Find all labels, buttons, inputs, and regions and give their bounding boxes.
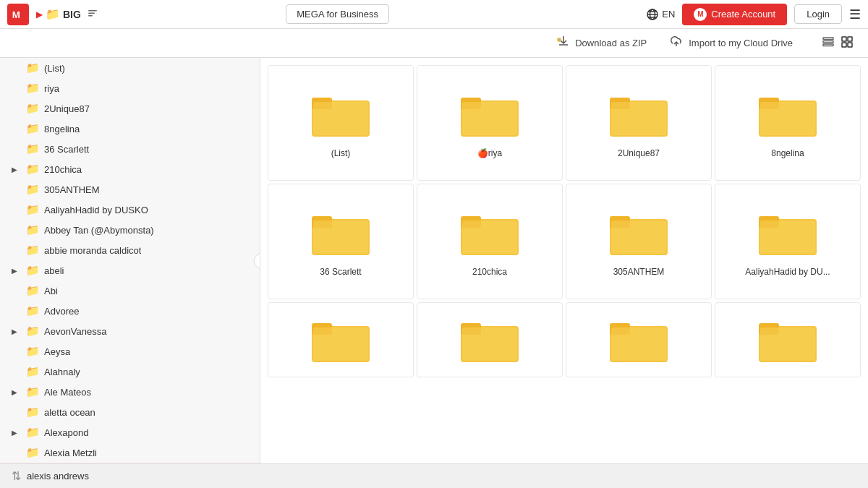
- sidebar-item-alexapond[interactable]: ▶ 📁 Alexapond: [0, 422, 260, 442]
- grid-item-name: AaliyahHadid by DU...: [745, 267, 830, 277]
- folder-icon: 📁: [26, 142, 40, 155]
- view-toggle: [822, 35, 854, 51]
- content-area: (List) 🍎riya 2Unique87 8ngel: [260, 58, 868, 463]
- folder-icon: 📁: [26, 163, 40, 176]
- sidebar-item-label: abbie moranda caldicot: [44, 245, 141, 256]
- grid-item-name: 8ngelina: [771, 148, 804, 158]
- main-area: « ▶ 📁 (List) ▶ 📁 riya ▶ 📁 2Unique87 ▶ 📁 …: [0, 58, 868, 463]
- svg-rect-64: [760, 328, 815, 361]
- svg-rect-13: [842, 37, 846, 41]
- folder-thumbnail: [610, 317, 668, 367]
- download-zip-button[interactable]: Download as ZIP: [556, 34, 647, 52]
- import-cloud-button[interactable]: Import to my Cloud Drive: [668, 35, 793, 51]
- grid-item-name: 305ANTHEM: [613, 267, 665, 277]
- sidebar-item-label: Aeysa: [44, 346, 70, 357]
- transfer-icon: ⇅: [12, 469, 21, 483]
- svg-rect-10: [823, 38, 833, 40]
- create-account-button[interactable]: M Create Account: [682, 4, 787, 25]
- svg-rect-16: [848, 43, 852, 47]
- mega-logo[interactable]: M: [7, 4, 29, 25]
- folder-icon: 📁: [26, 325, 40, 338]
- folder-icon: 📁: [26, 122, 40, 135]
- grid-item-name: 2Unique87: [618, 148, 660, 158]
- expand-icon: ▶: [12, 267, 22, 275]
- folder-icon: 📁: [26, 264, 40, 277]
- sidebar-item-label: Ale Mateos: [44, 387, 91, 398]
- sidebar-item-label: Alahnaly: [44, 367, 80, 377]
- grid-folder-4[interactable]: 36 Scarlett: [268, 184, 414, 299]
- sidebar-item-305anthem[interactable]: ▶ 📁 305ANTHEM: [0, 179, 260, 200]
- language-button[interactable]: EN: [646, 8, 675, 21]
- breadcrumb: ▶ 📁 BIG: [36, 4, 278, 24]
- folder-thumbnail: [759, 210, 817, 260]
- sidebar-item-label: Abi: [44, 286, 58, 296]
- sidebar: « ▶ 📁 (List) ▶ 📁 riya ▶ 📁 2Unique87 ▶ 📁 …: [0, 58, 260, 463]
- svg-rect-3: [88, 15, 93, 17]
- folder-thumbnail: [759, 92, 817, 141]
- folder-icon: 📁: [26, 61, 40, 74]
- svg-rect-36: [313, 221, 368, 254]
- sidebar-item-alemateos[interactable]: ▶ 📁 Ale Mateos: [0, 382, 260, 402]
- sidebar-item-label: abeli: [44, 265, 64, 276]
- sidebar-item-aaliyah[interactable]: ▶ 📁 AaliyahHadid by DUSKO: [0, 200, 260, 220]
- menu-button[interactable]: ☰: [849, 7, 861, 22]
- sidebar-item-36scarlett[interactable]: ▶ 📁 36 Scarlett: [0, 139, 260, 159]
- folder-icon: 📁: [26, 223, 40, 236]
- breadcrumb-chevron: ▶: [36, 9, 43, 20]
- list-view-button[interactable]: [822, 35, 835, 51]
- folder-thumbnail: [312, 92, 370, 141]
- svg-rect-56: [462, 328, 517, 361]
- sidebar-item-210chica[interactable]: ▶ 📁 210chica: [0, 159, 260, 179]
- sidebar-item-label: Advoree: [44, 306, 79, 317]
- sidebar-item-8ngelina[interactable]: ▶ 📁 8ngelina: [0, 119, 260, 139]
- sidebar-item-2unique87[interactable]: ▶ 📁 2Unique87: [0, 98, 260, 119]
- folder-icon: 📁: [26, 304, 40, 317]
- sidebar-item-alettaocean[interactable]: ▶ 📁 aletta ocean: [0, 402, 260, 422]
- folder-icon: 📁: [26, 426, 40, 439]
- grid-folder-1[interactable]: 🍎riya: [417, 65, 563, 181]
- svg-rect-1: [88, 10, 97, 12]
- svg-rect-28: [611, 102, 666, 135]
- svg-rect-20: [313, 102, 368, 135]
- grid-folder-3[interactable]: 8ngelina: [715, 65, 861, 181]
- sidebar-item-label: (List): [44, 63, 65, 74]
- grid-folder-5[interactable]: 210chica: [417, 184, 563, 299]
- svg-rect-60: [611, 328, 666, 361]
- sidebar-item-abeli[interactable]: ▶ 📁 abeli: [0, 260, 260, 281]
- svg-rect-52: [313, 328, 368, 361]
- grid-item-name: 210chica: [472, 267, 507, 277]
- grid-folder-7[interactable]: AaliyahHadid by DU...: [715, 184, 861, 299]
- sidebar-item-advoree[interactable]: ▶ 📁 Advoree: [0, 301, 260, 321]
- sidebar-item-abi[interactable]: ▶ 📁 Abi: [0, 281, 260, 301]
- sidebar-item-abbie[interactable]: ▶ 📁 abbie moranda caldicot: [0, 240, 260, 260]
- svg-rect-44: [611, 221, 666, 254]
- grid-folder-8[interactable]: [268, 302, 414, 377]
- grid-folder-2[interactable]: 2Unique87: [566, 65, 712, 181]
- folder-thumbnail: [461, 210, 519, 260]
- login-button[interactable]: Login: [794, 4, 842, 24]
- grid-view-button[interactable]: [841, 35, 854, 51]
- folder-icon: 📁: [26, 365, 40, 378]
- sidebar-item-alexiametzli[interactable]: ▶ 📁 Alexia Metzli: [0, 442, 260, 463]
- svg-rect-11: [823, 40, 833, 43]
- folder-icon: 📁: [26, 345, 40, 358]
- folder-thumbnail: [312, 317, 370, 367]
- sidebar-item-label: aletta ocean: [44, 407, 95, 418]
- folder-icon: 📁: [26, 203, 40, 216]
- sidebar-item-alexisandrews[interactable]: ▶ 📁 alexis andrews: [0, 463, 260, 463]
- grid-folder-6[interactable]: 305ANTHEM: [566, 184, 712, 299]
- sidebar-item-riya[interactable]: ▶ 📁 riya: [0, 78, 260, 98]
- sidebar-item-alahnaly[interactable]: ▶ 📁 Alahnaly: [0, 361, 260, 382]
- sidebar-item-aevonvanessa[interactable]: ▶ 📁 AevonVanessa: [0, 321, 260, 341]
- sidebar-item-abbeytan[interactable]: ▶ 📁 Abbey Tan (@Abymonsta): [0, 220, 260, 240]
- sidebar-item-label: Abbey Tan (@Abymonsta): [44, 225, 154, 236]
- grid-folder-9[interactable]: [417, 302, 563, 377]
- sidebar-item-list[interactable]: ▶ 📁 (List): [0, 58, 260, 78]
- sidebar-item-aeysa[interactable]: ▶ 📁 Aeysa: [0, 341, 260, 361]
- mega-business-button[interactable]: MEGA for Business: [286, 4, 389, 24]
- folder-grid: (List) 🍎riya 2Unique87 8ngel: [268, 65, 861, 377]
- grid-folder-10[interactable]: [566, 302, 712, 377]
- grid-folder-11[interactable]: [715, 302, 861, 377]
- grid-folder-0[interactable]: (List): [268, 65, 414, 181]
- sort-button[interactable]: [84, 4, 101, 24]
